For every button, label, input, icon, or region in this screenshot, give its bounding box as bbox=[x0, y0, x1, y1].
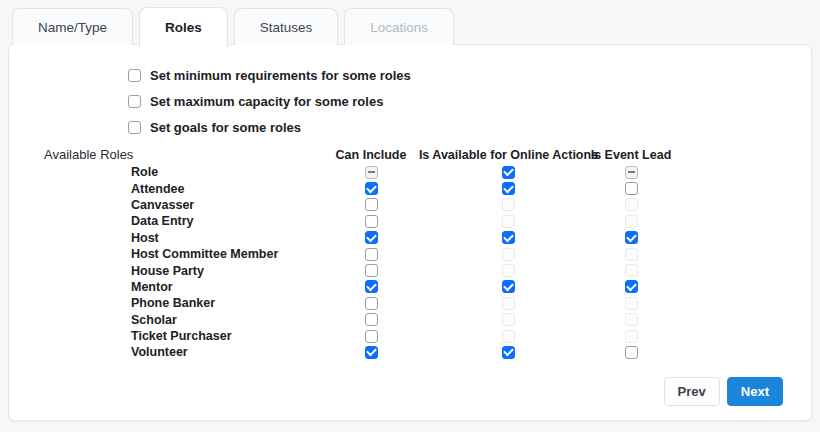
role-row-phone-banker: Phone Banker bbox=[131, 295, 671, 311]
checkbox-house-party-event-lead bbox=[625, 264, 638, 277]
tab-statuses[interactable]: Statuses bbox=[234, 8, 339, 45]
checkbox-canvasser-can-include[interactable] bbox=[365, 198, 378, 211]
checkbox-role-event-lead[interactable] bbox=[625, 166, 638, 179]
checkbox-attendee-online-actions[interactable] bbox=[502, 182, 515, 195]
role-options-group: Set minimum requirements for some roles … bbox=[128, 68, 411, 135]
min-requirements-checkbox[interactable] bbox=[128, 69, 141, 82]
tab-name-type[interactable]: Name/Type bbox=[12, 8, 133, 45]
goals-label: Set goals for some roles bbox=[150, 120, 301, 135]
role-name-label: Host Committee Member bbox=[131, 247, 316, 261]
role-name-label: Role bbox=[131, 165, 316, 179]
checkbox-role-online-actions[interactable] bbox=[502, 166, 515, 179]
roles-panel: Set minimum requirements for some roles … bbox=[8, 44, 812, 421]
checkbox-host-committee-member-can-include[interactable] bbox=[365, 248, 378, 261]
checkbox-mentor-event-lead[interactable] bbox=[625, 280, 638, 293]
role-name-label: Scholar bbox=[131, 313, 316, 327]
checkbox-data-entry-online-actions bbox=[502, 215, 515, 228]
checkbox-volunteer-can-include[interactable] bbox=[365, 346, 378, 359]
checkbox-ticket-purchaser-can-include[interactable] bbox=[365, 330, 378, 343]
checkbox-host-event-lead[interactable] bbox=[625, 231, 638, 244]
max-capacity-label: Set maximum capacity for some roles bbox=[150, 94, 383, 109]
column-header-event-lead: Is Event Lead bbox=[591, 148, 672, 162]
role-row-volunteer: Volunteer bbox=[131, 344, 671, 360]
option-row-max-capacity: Set maximum capacity for some roles bbox=[128, 94, 411, 109]
available-roles-label: Available Roles bbox=[44, 147, 133, 162]
min-requirements-label: Set minimum requirements for some roles bbox=[150, 68, 411, 83]
checkbox-phone-banker-can-include[interactable] bbox=[365, 297, 378, 310]
checkbox-volunteer-online-actions[interactable] bbox=[502, 346, 515, 359]
checkbox-mentor-can-include[interactable] bbox=[365, 280, 378, 293]
tab-bar: Name/Type Roles Statuses Locations bbox=[12, 7, 454, 45]
checkbox-ticket-purchaser-event-lead bbox=[625, 330, 638, 343]
role-row-attendee: Attendee bbox=[131, 180, 671, 196]
role-name-label: House Party bbox=[131, 264, 316, 278]
checkbox-volunteer-event-lead[interactable] bbox=[625, 346, 638, 359]
role-row-mentor: Mentor bbox=[131, 279, 671, 295]
option-row-min-requirements: Set minimum requirements for some roles bbox=[128, 68, 411, 83]
prev-button[interactable]: Prev bbox=[664, 377, 720, 406]
option-row-goals: Set goals for some roles bbox=[128, 120, 411, 135]
checkbox-scholar-event-lead bbox=[625, 313, 638, 326]
role-name-label: Host bbox=[131, 231, 316, 245]
role-name-label: Ticket Purchaser bbox=[131, 329, 316, 343]
role-name-label: Mentor bbox=[131, 280, 316, 294]
role-name-label: Volunteer bbox=[131, 345, 316, 359]
roles-table-header: Can Include Is Available for Online Acti… bbox=[131, 145, 671, 164]
roles-rows: RoleAttendeeCanvasserData EntryHostHost … bbox=[131, 164, 671, 361]
checkbox-attendee-event-lead[interactable] bbox=[625, 182, 638, 195]
checkbox-data-entry-event-lead bbox=[625, 215, 638, 228]
checkbox-scholar-can-include[interactable] bbox=[365, 313, 378, 326]
checkbox-ticket-purchaser-online-actions bbox=[502, 330, 515, 343]
role-name-label: Data Entry bbox=[131, 214, 316, 228]
role-row-canvasser: Canvasser bbox=[131, 197, 671, 213]
max-capacity-checkbox[interactable] bbox=[128, 95, 141, 108]
checkbox-host-online-actions[interactable] bbox=[502, 231, 515, 244]
role-row-ticket-purchaser: Ticket Purchaser bbox=[131, 328, 671, 344]
checkbox-house-party-can-include[interactable] bbox=[365, 264, 378, 277]
role-name-label: Canvasser bbox=[131, 198, 316, 212]
role-row-data-entry: Data Entry bbox=[131, 213, 671, 229]
checkbox-attendee-can-include[interactable] bbox=[365, 182, 378, 195]
tab-roles[interactable]: Roles bbox=[139, 7, 228, 47]
checkbox-canvasser-online-actions bbox=[502, 198, 515, 211]
column-header-online-actions: Is Available for Online Actions bbox=[419, 148, 598, 162]
goals-checkbox[interactable] bbox=[128, 121, 141, 134]
wizard-footer: Prev Next bbox=[664, 377, 783, 406]
checkbox-phone-banker-online-actions bbox=[502, 297, 515, 310]
checkbox-canvasser-event-lead bbox=[625, 198, 638, 211]
role-row-house-party: House Party bbox=[131, 262, 671, 278]
role-name-label: Attendee bbox=[131, 182, 316, 196]
role-row-host-committee-member: Host Committee Member bbox=[131, 246, 671, 262]
checkbox-phone-banker-event-lead bbox=[625, 297, 638, 310]
roles-table: Can Include Is Available for Online Acti… bbox=[131, 145, 671, 361]
checkbox-data-entry-can-include[interactable] bbox=[365, 215, 378, 228]
next-button[interactable]: Next bbox=[727, 377, 783, 406]
checkbox-host-committee-member-online-actions bbox=[502, 248, 515, 261]
role-name-label: Phone Banker bbox=[131, 296, 316, 310]
checkbox-host-committee-member-event-lead bbox=[625, 248, 638, 261]
checkbox-scholar-online-actions bbox=[502, 313, 515, 326]
column-header-can-include: Can Include bbox=[336, 148, 407, 162]
tab-locations: Locations bbox=[344, 8, 454, 45]
role-row-scholar: Scholar bbox=[131, 312, 671, 328]
checkbox-host-can-include[interactable] bbox=[365, 231, 378, 244]
checkbox-house-party-online-actions bbox=[502, 264, 515, 277]
checkbox-role-can-include[interactable] bbox=[365, 166, 378, 179]
role-row-host: Host bbox=[131, 230, 671, 246]
role-row-role: Role bbox=[131, 164, 671, 180]
checkbox-mentor-online-actions[interactable] bbox=[502, 280, 515, 293]
